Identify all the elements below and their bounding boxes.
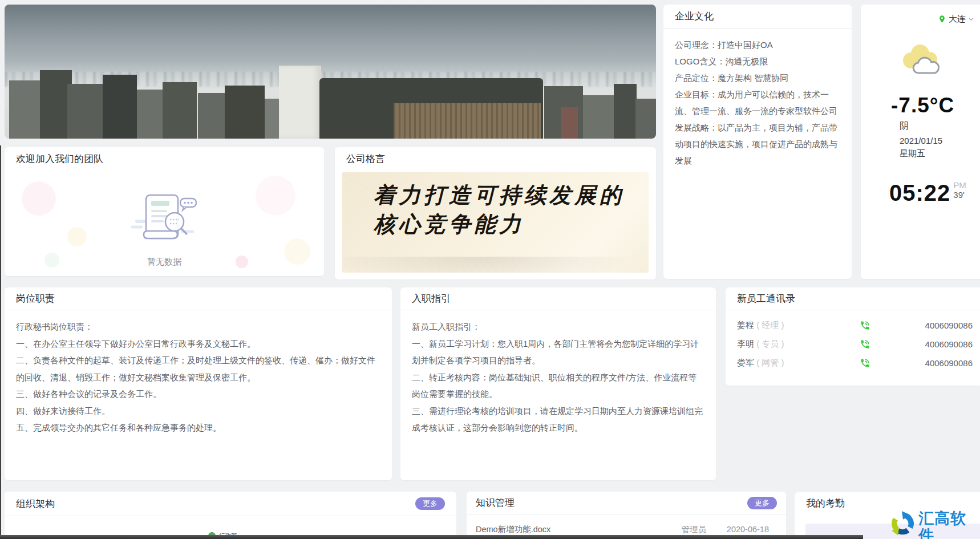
culture-panel-title: 企业文化 [675, 5, 714, 29]
culture-line: LOGO含义：沟通无极限 [675, 53, 840, 70]
welcome-panel-title: 欢迎加入我们的团队 [16, 147, 103, 171]
vendor-logo: 汇高软件 软件是根 服务为本 [890, 510, 980, 539]
motto-panel-header: 公司格言 [335, 147, 656, 171]
guide-panel-title: 入职指引 [412, 287, 451, 310]
motto-panel-title: 公司格言 [346, 147, 385, 171]
motto-calligraphy-image: 着力打造可持续发展的 核心竞争能力 [342, 172, 649, 273]
contact-phone-number: 4006090086 [925, 339, 973, 349]
knowledge-file-link[interactable]: Demo新增功能.docx [476, 524, 550, 535]
culture-line: 企业目标：成为用户可以信赖的，技术一流、管理一流、服务一流的专家型软件公司 [675, 86, 840, 119]
org-panel: 组织架构 更多 行政部 [5, 492, 456, 539]
contact-row: 娄军 ( 网管 ) 4006090086 [737, 354, 969, 372]
duty-text: 行政秘书岗位职责： 一、在办公室主任领导下做好办公室日常行政事务及文秘工作。 二… [5, 310, 392, 436]
guide-line: 新员工入职指引： [412, 318, 704, 335]
vendor-logo-icon [890, 510, 916, 537]
weather-weekday: 星期五 [900, 148, 925, 159]
knowledge-date: 2020-06-18 [727, 525, 769, 534]
clock: 05:22 PM 39' [889, 180, 966, 205]
contact-role: ( 专员 ) [756, 339, 784, 348]
cloudy-weather-icon [898, 41, 944, 78]
culture-line: 发展战略：以产品为主，项目为辅，产品带动项目的快速实施，项目促进产品的成熟与发展 [675, 119, 840, 169]
culture-line: 公司理念：打造中国好OA [675, 37, 840, 53]
org-panel-title: 组织架构 [16, 492, 55, 516]
location-pin-icon [938, 15, 946, 23]
contact-row: 姜程 ( 经理 ) 4006090086 [737, 316, 969, 335]
knowledge-panel: 知识管理 更多 Demo新增功能.docx 管理员 2020-06-18 [467, 492, 786, 539]
duty-panel: 岗位职责 行政秘书岗位职责： 一、在办公室主任领导下做好办公室日常行政事务及文秘… [5, 287, 392, 480]
knowledge-more-button[interactable]: 更多 [747, 497, 777, 509]
org-more-button[interactable]: 更多 [415, 497, 445, 510]
culture-panel-header: 企业文化 [663, 5, 852, 29]
banner-city [5, 5, 656, 139]
contact-name: 李明 ( 专员 ) [737, 339, 845, 350]
knowledge-panel-header: 知识管理 更多 [467, 492, 786, 514]
empty-state: 暂无数据 [5, 192, 324, 268]
weather-panel: 大连 -7.5°C 阴 2021/01/15 星期五 05:22 PM 39' [861, 5, 980, 279]
contact-name: 娄军 ( 网管 ) [737, 358, 845, 368]
guide-line: 二、转正考核内容：岗位基础知识、职位相关的程序文件/方法、作业流程等岗位需要掌握… [412, 369, 704, 403]
motto-watermark [342, 257, 649, 273]
duty-line: 二、负责各种文件的起草、装订及传递工作；及时处理上级文件的签收、传递、催办；做好… [16, 352, 380, 386]
contact-row: 李明 ( 专员 ) 4006090086 [737, 335, 969, 354]
duty-line: 一、在办公室主任领导下做好办公室日常行政事务及文秘工作。 [16, 335, 380, 352]
phone-call-icon[interactable] [860, 339, 870, 350]
org-panel-header: 组织架构 更多 [5, 492, 456, 516]
clock-seconds: 39' [953, 190, 966, 200]
welcome-panel-header: 欢迎加入我们的团队 [5, 147, 324, 171]
duty-line: 行政秘书岗位职责： [16, 318, 380, 335]
clock-time: 05:22 [889, 180, 950, 205]
clock-meridiem: PM [953, 180, 966, 190]
weather-date: 2021/01/15 [900, 136, 942, 145]
welcome-panel: 欢迎加入我们的团队 暂无数据 [5, 147, 324, 276]
city-selector[interactable]: 大连 [938, 14, 974, 25]
screen-edge-bottom [0, 535, 863, 539]
contact-name: 姜程 ( 经理 ) [737, 320, 845, 331]
duty-panel-title: 岗位职责 [16, 287, 55, 310]
contact-role: ( 网管 ) [756, 358, 784, 367]
weather-condition: 阴 [900, 120, 909, 132]
motto-line-2: 核心竞争能力 [374, 209, 649, 238]
culture-panel: 企业文化 公司理念：打造中国好OA LOGO含义：沟通无极限 产品定位：魔方架构… [663, 5, 852, 279]
screen-edge-left [0, 145, 1, 539]
contacts-panel-title: 新员工通讯录 [737, 287, 795, 310]
culture-line: 产品定位：魔方架构 智慧协同 [675, 70, 840, 86]
knowledge-author: 管理员 [682, 524, 707, 535]
duty-line: 五、完成领导交办的其它任务和各种应急事务的处理。 [16, 419, 380, 436]
city-name: 大连 [949, 14, 966, 25]
phone-call-icon[interactable] [860, 320, 870, 331]
guide-line: 三、需进行理论考核的培训项目，请在规定学习日期内至人力资源课培训组完成考核认证，… [412, 403, 704, 436]
duty-line: 三、做好各种会议的记录及会务工作。 [16, 386, 380, 403]
duty-panel-header: 岗位职责 [5, 287, 392, 310]
contacts-panel: 新员工通讯录 姜程 ( 经理 ) 4006090086 李明 ( 专员 ) 40… [726, 287, 980, 386]
banner-image [5, 5, 656, 139]
contact-phone-number: 4006090086 [925, 321, 973, 330]
guide-panel: 入职指引 新员工入职指引： 一、新员工学习计划：您入职1周内，各部门主管将会为您… [400, 287, 716, 480]
guide-line: 一、新员工学习计划：您入职1周内，各部门主管将会为您制定详细的学习计划并制定各项… [412, 335, 704, 369]
knowledge-panel-title: 知识管理 [476, 492, 515, 514]
contact-phone-number: 4006090086 [925, 358, 973, 368]
no-data-illustration-icon [127, 192, 202, 251]
motto-panel: 公司格言 着力打造可持续发展的 核心竞争能力 [335, 147, 656, 279]
culture-text: 公司理念：打造中国好OA LOGO含义：沟通无极限 产品定位：魔方架构 智慧协同… [663, 29, 852, 169]
motto-line-1: 着力打造可持续发展的 [374, 180, 649, 209]
guide-panel-header: 入职指引 [400, 287, 716, 310]
guide-text: 新员工入职指引： 一、新员工学习计划：您入职1周内，各部门主管将会为您制定详细的… [400, 310, 716, 436]
duty-line: 四、做好来访接待工作。 [16, 403, 380, 420]
empty-state-text: 暂无数据 [5, 257, 324, 268]
contacts-panel-header: 新员工通讯录 [726, 287, 980, 310]
vendor-logo-name: 汇高软件 [918, 510, 980, 539]
oa-dashboard: 欢迎加入我们的团队 暂无数据 [0, 0, 980, 539]
attendance-panel-title: 我的考勤 [806, 492, 845, 515]
temperature-value: -7.5°C [891, 94, 954, 117]
phone-call-icon[interactable] [860, 358, 870, 368]
contact-role: ( 经理 ) [756, 320, 784, 330]
chevron-down-icon [968, 16, 974, 22]
